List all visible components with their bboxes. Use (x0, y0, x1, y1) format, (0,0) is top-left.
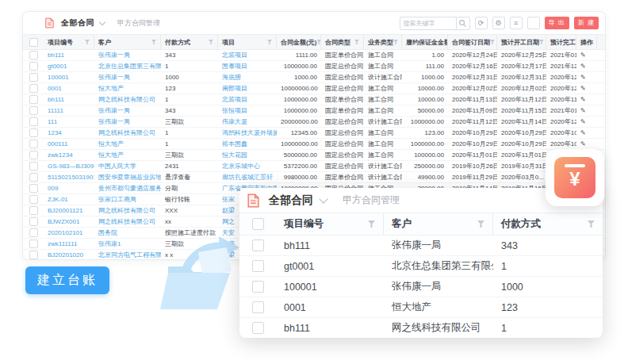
select-all-checkbox[interactable] (252, 218, 264, 230)
cell-link[interactable]: 张伟康一局 (94, 51, 161, 59)
filter-icon[interactable] (588, 220, 595, 228)
cell-link[interactable]: 贵州市都匀豪酒店服务有... (94, 184, 161, 193)
filter-icon[interactable] (209, 40, 213, 44)
cell-link[interactable]: gt0001 (276, 261, 384, 272)
filter-toolbar-icon[interactable] (527, 17, 540, 29)
filter-icon[interactable] (477, 220, 484, 228)
filter-icon[interactable] (490, 40, 495, 44)
edit-icon[interactable]: ✎ (580, 52, 586, 59)
row-checkbox[interactable] (29, 51, 38, 59)
cell-link[interactable]: 恒大地产 (94, 140, 161, 148)
gear-icon[interactable]: ⚙ (492, 17, 505, 29)
filter-icon[interactable] (85, 40, 90, 44)
cell-link[interactable]: 国安华夏幸福基业房地产... (94, 173, 161, 182)
row-checkbox[interactable] (252, 301, 264, 313)
row-checkbox[interactable] (252, 281, 264, 293)
cell-link[interactable]: 中国人民大学 (94, 162, 161, 171)
cell-link[interactable]: 100001 (44, 74, 94, 81)
search-icon[interactable] (457, 17, 470, 30)
cell-link[interactable]: GS-983—BJ30998 (44, 163, 94, 170)
export-button[interactable]: 导 出 (545, 17, 569, 29)
edit-icon[interactable]: ✎ (580, 140, 586, 148)
row-checkbox[interactable] (29, 84, 38, 93)
cell-link[interactable]: 11111 (44, 107, 94, 114)
row-checkbox[interactable] (29, 228, 38, 237)
cell-link[interactable]: 张伟康一局 (94, 106, 161, 115)
cell-link[interactable]: BJ20201020 (44, 251, 94, 259)
filter-icon[interactable] (393, 40, 398, 44)
row-checkbox[interactable] (29, 95, 38, 104)
row-checkbox[interactable] (29, 106, 38, 115)
cell-link[interactable]: 100001 (276, 282, 384, 293)
cell-link[interactable]: 009 (44, 185, 94, 192)
cell-link[interactable]: 恒大地产 (94, 84, 161, 93)
cell-link[interactable]: bh111 (276, 323, 384, 334)
cell-link[interactable]: 000111 (44, 140, 94, 148)
row-checkbox[interactable] (29, 173, 38, 182)
cell-link[interactable]: 0001 (276, 302, 384, 313)
cell-link[interactable]: 张家口工商局 (94, 195, 161, 204)
chevron-down-icon[interactable] (319, 194, 327, 203)
edit-icon[interactable]: ✎ (580, 85, 586, 92)
cell-link[interactable]: 恒大地产 (94, 151, 161, 159)
cell-link[interactable]: 北京同方电气工程有限公司 (94, 251, 161, 259)
cell-link[interactable]: 廊坊孔雀城汇景轩 (218, 173, 277, 182)
cell-link[interactable]: 恒大地产 (384, 301, 493, 314)
cell-link[interactable]: 恒大花园 (218, 151, 277, 159)
cell-link[interactable]: 网之线科技有限公司 (384, 321, 493, 335)
row-checkbox[interactable] (29, 73, 38, 82)
cell-link[interactable]: 0001 (44, 85, 94, 92)
filter-icon[interactable] (354, 40, 359, 44)
edit-icon[interactable]: ✎ (580, 107, 586, 114)
cell-link[interactable]: 国务院 (94, 228, 161, 237)
cell-link[interactable]: 张伟康一局 (94, 73, 161, 82)
cell-link[interactable]: 北京住总集团第三有限公司 (94, 62, 161, 71)
edit-icon[interactable]: ✎ (580, 129, 586, 136)
cell-link[interactable]: BJ20001121 (44, 207, 94, 214)
cell-link[interactable]: ZJK-01 (44, 196, 94, 203)
edit-icon[interactable]: ✎ (580, 118, 586, 125)
cell-link[interactable]: 网之线科技有限公司 (94, 206, 161, 215)
cell-link[interactable]: 张伟康1 (94, 239, 161, 248)
filter-icon[interactable] (368, 220, 375, 228)
cell-link[interactable]: gt0001 (44, 63, 94, 70)
search-input[interactable] (400, 17, 457, 30)
create-ledger-button[interactable]: 建立台账 (25, 266, 109, 294)
cell-link[interactable]: 5115021503190101 (44, 174, 94, 181)
cell-link[interactable]: 1234 (44, 129, 94, 136)
row-checkbox[interactable] (252, 239, 264, 251)
filter-icon[interactable] (539, 40, 544, 44)
cell-link[interactable]: 北装项目 (218, 95, 277, 104)
row-checkbox[interactable] (29, 217, 38, 226)
cell-link[interactable]: 鸿鹄科技大厦外墙施工项目 (218, 128, 277, 137)
cell-link[interactable]: 北京住总集团第三有限公司 (384, 259, 493, 273)
row-checkbox[interactable] (29, 140, 38, 148)
select-all-checkbox[interactable] (29, 38, 38, 47)
list-icon[interactable]: ≡ (510, 17, 523, 29)
cell-link[interactable]: 网之线科技有限公司 (94, 128, 161, 137)
edit-icon[interactable]: ✎ (580, 74, 586, 81)
cell-link[interactable]: BJWZX001 (44, 218, 94, 225)
cell-link[interactable]: 网之线科技有限公司 (94, 95, 161, 104)
cell-link[interactable]: 裕丰国鑫 (218, 140, 277, 148)
refresh-icon[interactable]: ⟳ (475, 17, 488, 29)
row-checkbox[interactable] (29, 162, 38, 171)
row-checkbox[interactable] (252, 260, 264, 272)
create-button[interactable]: 新 建 (574, 17, 599, 29)
row-checkbox[interactable] (29, 184, 38, 193)
cell-link[interactable]: 张恒项目 (218, 106, 277, 115)
cell-link[interactable]: 2020102101 (44, 229, 94, 236)
cell-link[interactable]: 伟康大厦 (218, 117, 277, 126)
cell-link[interactable]: bh111 (276, 240, 384, 251)
row-checkbox[interactable] (29, 117, 38, 126)
cell-link[interactable]: 网之线科技有限公司 (94, 217, 161, 226)
row-checkbox[interactable] (252, 322, 264, 334)
filter-icon[interactable] (267, 40, 272, 44)
cell-link[interactable]: 海底捞 (218, 73, 277, 82)
cell-link[interactable]: 北装项目 (218, 51, 277, 59)
cell-link[interactable]: zwk1234 (44, 151, 94, 159)
cell-link[interactable]: 北京乐城中心 (218, 162, 277, 171)
edit-icon[interactable]: ✎ (580, 96, 586, 103)
filter-icon[interactable] (151, 40, 156, 44)
cell-link[interactable]: 国泰项目 (218, 62, 277, 71)
